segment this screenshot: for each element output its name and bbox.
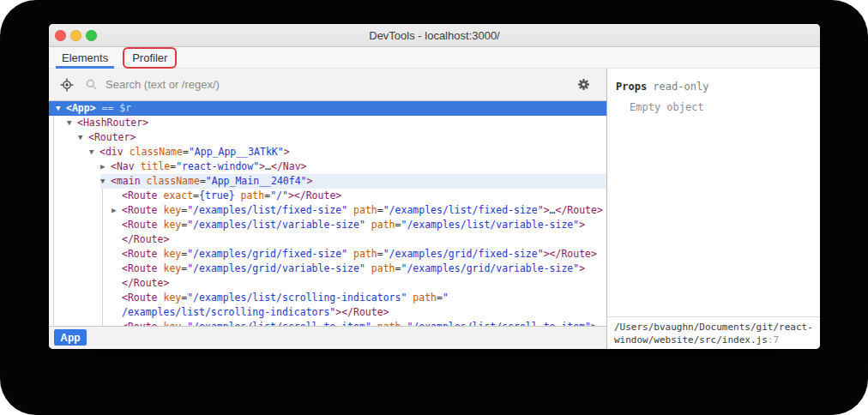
props-empty-value: Empty object xyxy=(607,93,820,113)
search-icon xyxy=(80,78,102,91)
tab-profiler-label: Profiler xyxy=(132,51,167,64)
tree-row[interactable]: ▶<Route key="/examples/list/fixed-size" … xyxy=(49,203,606,218)
code-segment: … xyxy=(550,203,556,218)
code-segment: path xyxy=(347,247,377,262)
tree-row[interactable]: <Route key="/examples/grid/fixed-size" p… xyxy=(49,247,606,262)
tree-row[interactable]: <Route key="/examples/list/variable-size… xyxy=(49,218,606,232)
tab-profiler[interactable]: Profiler xyxy=(126,47,173,69)
tab-elements[interactable]: Elements xyxy=(56,47,114,69)
tab-elements-label: Elements xyxy=(62,51,108,64)
code-segment: <Nav xyxy=(111,159,135,174)
component-tree[interactable]: ▼<App> == $r▼<HashRouter>▼<Router>▼<div … xyxy=(49,101,606,326)
collapsed-arrow-icon[interactable]: ▶ xyxy=(100,159,111,174)
expanded-arrow-icon[interactable]: ▼ xyxy=(100,174,111,189)
row-indent xyxy=(49,218,112,232)
search-input[interactable] xyxy=(102,78,569,91)
tree-row[interactable]: <Route key="/examples/list/scrolling-ind… xyxy=(49,291,606,305)
code-segment: "/examples/grid/variable-size" xyxy=(401,262,579,276)
code-segment: <Route xyxy=(122,247,158,262)
code-segment: path xyxy=(365,262,395,276)
expanded-arrow-icon[interactable]: ▼ xyxy=(89,145,99,159)
expanded-arrow-icon[interactable]: ▼ xyxy=(67,116,77,130)
collapsed-arrow-icon[interactable]: ▶ xyxy=(112,203,122,218)
code-segment: = xyxy=(181,262,187,276)
code-segment: "/" xyxy=(270,189,288,203)
tree-row[interactable]: ▼<App> == $r xyxy=(49,101,606,116)
code-segment: = xyxy=(377,203,383,218)
code-segment: = xyxy=(401,320,407,326)
inspect-element-icon[interactable] xyxy=(54,78,80,92)
code-segment: "/examples/grid/fixed-size" xyxy=(383,247,544,262)
props-panel: Props read-only Empty object /Users/bvau… xyxy=(607,69,820,349)
code-segment: className xyxy=(141,174,200,189)
code-segment: = xyxy=(181,203,187,218)
screenshot-stage: DevTools - localhost:3000/ Elements Prof… xyxy=(0,0,868,415)
code-segment: </Route> xyxy=(122,232,169,247)
code-segment: </Route> xyxy=(556,203,603,218)
tree-row[interactable]: ▼<Router> xyxy=(49,130,606,145)
code-segment: = xyxy=(181,247,187,262)
row-indent xyxy=(49,174,100,189)
code-segment: key xyxy=(158,320,182,326)
tree-row[interactable]: ▼<div className="App_App__3ATkK"> xyxy=(49,145,606,159)
props-mode-label: read-only xyxy=(653,81,708,93)
code-segment: "react-window" xyxy=(176,159,259,174)
row-indent xyxy=(49,247,112,262)
code-segment: <div xyxy=(99,145,124,159)
code-segment: </Route> xyxy=(122,276,169,291)
gear-icon[interactable] xyxy=(569,78,598,91)
expanded-arrow-icon[interactable]: ▼ xyxy=(56,101,66,116)
tree-row[interactable]: /examples/list/scrolling-indicators"></R… xyxy=(49,305,606,320)
code-segment: = xyxy=(395,262,401,276)
tree-row[interactable]: <Route exact={true} path="/"></Route> xyxy=(49,189,606,203)
code-segment: ></Route> xyxy=(288,189,341,203)
code-segment: = xyxy=(170,159,176,174)
devtools-window: DevTools - localhost:3000/ Elements Prof… xyxy=(49,24,820,349)
breadcrumb-app-badge[interactable]: App xyxy=(54,329,87,346)
code-segment: title xyxy=(135,159,171,174)
tab-bar: Elements Profiler xyxy=(49,47,820,69)
row-indent xyxy=(49,203,112,218)
row-indent xyxy=(49,291,112,305)
code-segment: "App_App__3ATkK" xyxy=(189,145,284,159)
code-segment: <Router> xyxy=(88,130,136,145)
tree-row[interactable]: </Route> xyxy=(49,232,606,247)
code-segment: "/examples/list/scrolling-indicators" xyxy=(187,291,407,305)
close-window-icon[interactable] xyxy=(55,30,66,41)
code-segment: key xyxy=(158,203,182,218)
code-segment: /examples/list/scrolling-indicators" xyxy=(122,305,335,320)
code-segment: <App> xyxy=(66,101,96,116)
tree-row[interactable]: ▶<Nav title="react-window">…</Nav> xyxy=(49,159,606,174)
code-segment: > xyxy=(579,262,585,276)
code-segment: == $r xyxy=(96,101,132,116)
tree-row[interactable]: <Route key="/examples/grid/variable-size… xyxy=(49,262,606,276)
row-indent xyxy=(49,189,112,203)
code-segment: > xyxy=(259,159,265,174)
code-segment: ></Route> xyxy=(544,247,597,262)
title-bar[interactable]: DevTools - localhost:3000/ xyxy=(49,24,820,47)
source-link[interactable]: /Users/bvaughn/Documents/git/react- wind… xyxy=(607,316,820,349)
search-bar xyxy=(49,69,606,101)
source-path: /Users/bvaughn/Documents/git/react- wind… xyxy=(614,322,813,346)
code-segment: > xyxy=(544,203,550,218)
code-segment: "/examples/list/variable-size" xyxy=(187,218,365,232)
tree-row[interactable]: </Route> xyxy=(49,276,606,291)
source-line-number: :7 xyxy=(768,334,779,346)
code-segment: "/examples/list/scroll-to-item" xyxy=(407,320,591,326)
tree-row[interactable]: ▼<main className="App_Main__240f4"> xyxy=(49,174,606,189)
code-segment: "/examples/list/scroll-to-item" xyxy=(187,320,371,326)
code-segment: > xyxy=(284,145,290,159)
code-segment: <Route xyxy=(122,291,158,305)
code-segment: = xyxy=(183,145,189,159)
code-segment: > xyxy=(591,320,597,326)
tree-row[interactable]: ▼<HashRouter> xyxy=(49,116,606,130)
code-segment: "/examples/list/variable-size" xyxy=(401,218,579,232)
minimize-window-icon[interactable] xyxy=(70,30,81,41)
code-segment: = xyxy=(181,291,187,305)
code-segment: key xyxy=(158,262,182,276)
zoom-window-icon[interactable] xyxy=(86,30,97,41)
breadcrumb-bar: App xyxy=(49,326,606,349)
row-indent xyxy=(49,232,112,247)
expanded-arrow-icon[interactable]: ▼ xyxy=(78,130,88,145)
tree-row[interactable]: <Route key="/examples/list/scroll-to-ite… xyxy=(49,320,606,326)
